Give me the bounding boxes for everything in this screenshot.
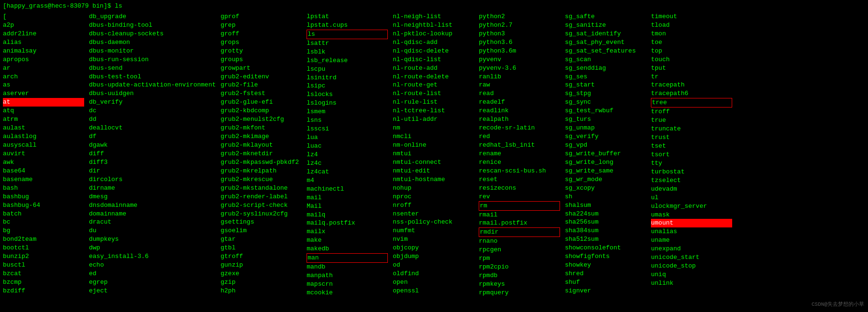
list-item: nl-qdisc-list xyxy=(393,55,474,64)
list-item: ranlib xyxy=(479,73,560,81)
column-7: timeout tload tmon toe top touch tput tr… xyxy=(651,12,737,297)
list-item: gtroff xyxy=(220,252,302,261)
list-item: shuf xyxy=(565,278,646,287)
list-item: sg_test_rwbuf xyxy=(565,107,646,115)
list-item: touch xyxy=(651,55,732,64)
list-item: dc xyxy=(89,107,216,115)
list-item: machinectl xyxy=(307,185,388,194)
list-item: umount xyxy=(651,219,732,227)
list-item: objcopy xyxy=(393,244,474,252)
list-item: troff xyxy=(651,108,732,116)
list-item: mailq.postfix xyxy=(307,219,388,227)
list-item: gzip xyxy=(220,278,302,287)
list-item: nl-pktloc-lookup xyxy=(393,30,474,38)
list-item: grep xyxy=(220,21,302,30)
list-item: truncate xyxy=(651,125,732,133)
list-item: dbus-update-activation-environment xyxy=(89,81,216,89)
list-item: oldfind xyxy=(393,269,474,278)
list-item: sg_sync xyxy=(565,98,646,107)
list-item: nsenter xyxy=(393,210,474,218)
prompt-text: [happy_grass@hecs-83079 bin]$ ls xyxy=(3,2,122,10)
list-item: lz4c xyxy=(307,159,388,168)
list-item: rpcgen xyxy=(479,246,560,254)
list-item: nm xyxy=(393,124,474,132)
list-item: umask xyxy=(651,211,732,219)
list-item: diff3 xyxy=(89,158,216,167)
list-item: grub2-file xyxy=(220,81,302,89)
list-item: atq xyxy=(3,107,84,115)
list-item: lua xyxy=(307,133,388,142)
column-5: python2 python2.7 python3 python3.6 pyth… xyxy=(479,12,565,297)
list-item: grub2-menulst2cfg xyxy=(220,115,302,124)
list-item: easy_install-3.6 xyxy=(89,252,216,261)
list-item: rpmdb xyxy=(479,271,560,280)
list-item: mandb xyxy=(307,263,388,271)
list-item: addr2line xyxy=(3,30,84,38)
list-item: rpmquery xyxy=(479,289,560,297)
list-item: sg_wr_mode xyxy=(565,175,646,184)
list-item: openssl xyxy=(393,287,474,295)
list-item: lsattr xyxy=(307,39,388,48)
list-item: numfmt xyxy=(393,226,474,235)
list-item: bond2team xyxy=(3,235,84,244)
list-item: sg_scan xyxy=(565,55,646,64)
list-item: ausyscall xyxy=(3,141,84,150)
list-item: echo xyxy=(89,261,216,269)
list-item: grub2-fstest xyxy=(220,89,302,98)
list-item: open xyxy=(393,278,474,287)
columns-container: [ a2p addr2line alias animalsay apropos … xyxy=(3,12,865,297)
list-item: mailx xyxy=(307,227,388,236)
list-item: rmail xyxy=(479,211,560,219)
list-item: gprof xyxy=(220,12,302,21)
list-item: domainname xyxy=(89,210,216,218)
list-item: lsblk xyxy=(307,48,388,56)
list-item: python3.6 xyxy=(479,38,560,47)
column-3: lpstat lpstat.cups ls lsattr lsblk lsb_r… xyxy=(307,12,393,297)
list-item: mcookie xyxy=(307,289,388,297)
list-item: unlink xyxy=(651,279,732,288)
list-item: lz4 xyxy=(307,151,388,159)
list-item: grub2-glue-efi xyxy=(220,98,302,107)
list-item: dbus-cleanup-sockets xyxy=(89,30,216,38)
list-item: grub2-script-check xyxy=(220,201,302,210)
list-item: nl-rule-list xyxy=(393,98,474,107)
list-item: bc xyxy=(3,218,84,226)
list-item: sha256sum xyxy=(565,218,646,226)
list-item: tsort xyxy=(651,151,732,159)
list-item: groff xyxy=(220,30,302,38)
list-item: lsipc xyxy=(307,82,388,90)
list-item: rm xyxy=(479,201,560,211)
list-item: bunzip2 xyxy=(3,252,84,261)
list-item: trust xyxy=(651,133,732,142)
list-item: sg_xcopy xyxy=(565,184,646,193)
list-item: tset xyxy=(651,142,732,151)
list-item: lsmem xyxy=(307,108,388,116)
list-item: growpart xyxy=(220,64,302,73)
list-item: gsoelim xyxy=(220,226,302,235)
list-item: nmcli xyxy=(393,132,474,141)
list-item: toe xyxy=(651,38,732,47)
column-6: sg_safte sg_sanitize sg_sat_identify sg_… xyxy=(565,12,651,297)
list-item: udevadm xyxy=(651,185,732,194)
list-item: reset xyxy=(479,175,560,184)
list-item: gzexe xyxy=(220,269,302,278)
list-item: showkey xyxy=(565,261,646,269)
list-item: dirname xyxy=(89,184,216,193)
list-item: nl-qdisc-delete xyxy=(393,47,474,55)
list-item: true xyxy=(651,116,732,125)
list-item: sg_ses xyxy=(565,73,646,81)
list-item: python2 xyxy=(479,12,560,21)
list-item: sh xyxy=(565,193,646,201)
list-item: ed xyxy=(89,269,216,278)
list-item: red xyxy=(479,132,560,141)
list-item: base64 xyxy=(3,167,84,175)
list-item: sg_senddiag xyxy=(565,64,646,73)
list-item: dbus-uuidgen xyxy=(89,89,216,98)
list-item: mail xyxy=(307,194,388,202)
list-item: od xyxy=(393,261,474,269)
list-item: rev xyxy=(479,193,560,201)
list-item: as xyxy=(3,81,84,89)
list-item: grub2-mkrescue xyxy=(220,175,302,184)
list-item: dd xyxy=(89,115,216,124)
list-item: lpstat.cups xyxy=(307,21,388,30)
